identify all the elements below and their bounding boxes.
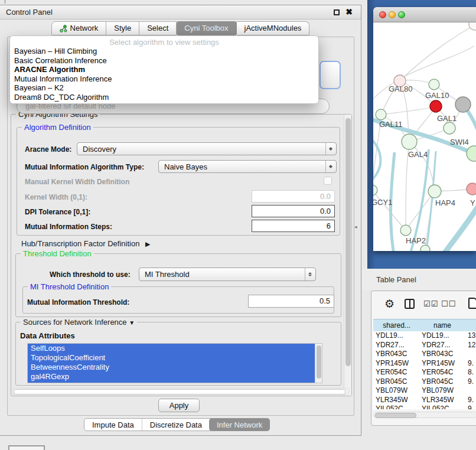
mi-type-value: Naive Bayes xyxy=(164,162,325,171)
table-row[interactable]: YLR345W YLR345W 9. xyxy=(373,396,476,405)
node-label-gal11: GAL11 xyxy=(379,120,403,129)
tab-jactivemnodules[interactable]: jActiveMNodules xyxy=(237,21,310,35)
column-header-name[interactable]: name xyxy=(420,319,465,332)
control-panel-titlebar[interactable]: Control Panel ✖ xyxy=(0,5,361,19)
hub-definition-section[interactable]: Hub/Transcription Factor Definition ▶ xyxy=(21,239,150,248)
column-header-partial[interactable] xyxy=(465,319,476,332)
node-gal10[interactable] xyxy=(429,79,439,90)
splitpane-arrow-icon[interactable]: ◂ xyxy=(354,224,357,230)
data-attributes-list[interactable]: SelfLoops TopologicalCoefficient Between… xyxy=(27,343,322,383)
combo-stepper-icon xyxy=(325,161,336,172)
columns-icon[interactable] xyxy=(405,299,415,309)
node-partial-top[interactable] xyxy=(469,22,476,30)
traffic-light-close-icon[interactable] xyxy=(379,11,386,18)
traffic-light-zoom-icon[interactable] xyxy=(398,11,405,18)
tab-cyni-toolbox[interactable]: Cyni Toolbox xyxy=(177,21,236,35)
cell-value: 8. xyxy=(468,368,476,377)
algorithm-option-bayesian-k2[interactable]: Bayesian – K2 xyxy=(10,83,318,93)
aracne-mode-combo[interactable]: Discovery xyxy=(77,142,337,155)
settings-horizontal-scrollbar-thumb[interactable] xyxy=(14,389,345,394)
settings-vertical-scrollbar-thumb[interactable] xyxy=(345,118,351,366)
bottom-tabbar: Impute Data Discretize Data Infer Networ… xyxy=(84,418,270,431)
node-gcy1[interactable] xyxy=(373,185,377,195)
node-partial-bottom[interactable] xyxy=(420,245,430,251)
float-window-icon[interactable] xyxy=(334,9,340,15)
table-horizontal-scrollbar-thumb[interactable] xyxy=(375,413,416,418)
manual-kernel-checkbox[interactable] xyxy=(324,177,332,185)
node-label-gal1: GAL1 xyxy=(437,114,457,123)
attributes-scrollbar[interactable] xyxy=(315,344,322,383)
mi-type-combo[interactable]: Naive Bayes xyxy=(158,160,337,173)
select-all-checkboxes-icon[interactable]: ☑☑ xyxy=(423,299,438,308)
settings-vertical-scrollbar[interactable] xyxy=(344,115,351,396)
network-canvas[interactable]: GAL80 GAL10 GAL1 GAL11 SWI4 GAL4 GCY1 HA… xyxy=(373,22,476,251)
tab-impute-data[interactable]: Impute Data xyxy=(84,419,142,431)
tab-style[interactable]: Style xyxy=(106,21,139,35)
sources-title[interactable]: Sources for Network Inference ▼ xyxy=(21,318,137,327)
table-panel-title: Table Panel xyxy=(376,275,416,284)
attribute-selfloops[interactable]: SelfLoops xyxy=(28,344,316,353)
document-icon[interactable] xyxy=(468,298,476,309)
which-threshold-value: MI Threshold xyxy=(145,270,305,279)
table-row[interactable]: YIL052C YIL052C 9 xyxy=(373,405,476,409)
tab-select[interactable]: Select xyxy=(139,21,177,35)
table-row[interactable]: YER054C YER054C 8. xyxy=(373,368,476,377)
mi-threshold-input[interactable]: 0.5 xyxy=(248,295,334,308)
dpi-tolerance-input[interactable]: 0.0 xyxy=(252,205,335,217)
mi-steps-label: Mutual Information Steps: xyxy=(25,223,112,231)
screen: Control Panel ✖ Network Style Select xyxy=(0,0,476,450)
close-icon[interactable]: ✖ xyxy=(345,7,353,17)
table-row[interactable]: YBR045C YBR045C 9. xyxy=(373,377,476,387)
table-row[interactable]: YPR145W YPR145W 9. xyxy=(373,359,476,369)
node-red[interactable] xyxy=(430,100,442,112)
deselect-all-checkboxes-icon[interactable]: ☐☐ xyxy=(441,299,456,308)
algorithm-option-basic-correlation[interactable]: Basic Correlation Inference xyxy=(10,56,318,66)
node-label-gal10: GAL10 xyxy=(425,91,449,100)
node-gal11[interactable] xyxy=(376,109,386,120)
gear-icon[interactable]: ⚙ xyxy=(384,297,395,311)
attribute-betweennesscentrality[interactable]: BetweennessCentrality xyxy=(28,363,316,372)
expanded-arrow-icon[interactable]: ▼ xyxy=(129,319,135,326)
cell-shared: YPR145W xyxy=(376,359,418,369)
table-row[interactable]: YBL079W YBL079W xyxy=(373,386,476,396)
which-threshold-combo[interactable]: MI Threshold xyxy=(139,268,316,281)
algorithm-option-mutual-information[interactable]: Mutual Information Inference xyxy=(10,74,318,84)
cell-value: 9. xyxy=(468,396,476,405)
table-row[interactable]: YBR043C YBR043C xyxy=(373,350,476,359)
node-gal4[interactable] xyxy=(402,134,417,149)
network-window[interactable]: GAL80 GAL10 GAL1 GAL11 SWI4 GAL4 GCY1 HA… xyxy=(373,7,476,251)
collapsed-arrow-icon[interactable]: ▶ xyxy=(145,240,150,247)
algorithm-option-aracne[interactable]: ARACNE Algorithm xyxy=(10,65,318,74)
node-gal1[interactable] xyxy=(444,122,455,134)
tab-infer-network[interactable]: Infer Network xyxy=(209,418,270,431)
node-hap2[interactable] xyxy=(400,225,411,236)
attribute-topologicalcoefficient[interactable]: TopologicalCoefficient xyxy=(28,353,316,363)
table-row[interactable]: YDL19... YDL19... 13 xyxy=(373,331,476,341)
node-pink-right[interactable] xyxy=(467,183,476,195)
tab-network[interactable]: Network xyxy=(51,21,107,35)
tab-discretize-data[interactable]: Discretize Data xyxy=(142,419,210,431)
table-toolbar: ⚙ ☑☑ ☐☐ xyxy=(371,291,476,318)
traffic-light-minimize-icon[interactable] xyxy=(389,11,396,18)
table-horizontal-scrollbar[interactable] xyxy=(373,412,476,418)
algorithm-option-bayesian-hill-climbing[interactable]: Bayesian – Hill Climbing xyxy=(10,47,318,56)
attribute-gal4rgexp[interactable]: gal4RGexp xyxy=(28,372,316,381)
aracne-mode-value: Discovery xyxy=(83,145,325,154)
which-threshold-label: Which threshold to use: xyxy=(50,270,131,279)
node-hap4[interactable] xyxy=(428,185,441,198)
cell-value xyxy=(468,350,476,359)
algorithm-option-dream8[interactable]: Dream8 DC_TDC Algorithm xyxy=(10,93,318,102)
node-swi4[interactable] xyxy=(467,146,476,161)
apply-button[interactable]: Apply xyxy=(158,399,200,412)
cell-shared: YER054C xyxy=(376,368,418,377)
kernel-width-input[interactable]: 0.0 xyxy=(252,190,335,203)
settings-horizontal-scrollbar[interactable] xyxy=(12,388,350,394)
sources-title-text: Sources for Network Inference xyxy=(23,318,127,327)
network-window-titlebar[interactable] xyxy=(373,7,476,22)
column-header-shared-name[interactable]: shared... xyxy=(373,319,420,332)
table-row[interactable]: YDR27... YDR27... 12 xyxy=(373,341,476,350)
tab-jactivemnodules-label: jActiveMNodules xyxy=(244,22,302,35)
node-gray[interactable] xyxy=(455,97,471,112)
attributes-scrollbar-thumb[interactable] xyxy=(317,345,321,379)
mi-steps-input[interactable]: 6 xyxy=(252,220,335,232)
